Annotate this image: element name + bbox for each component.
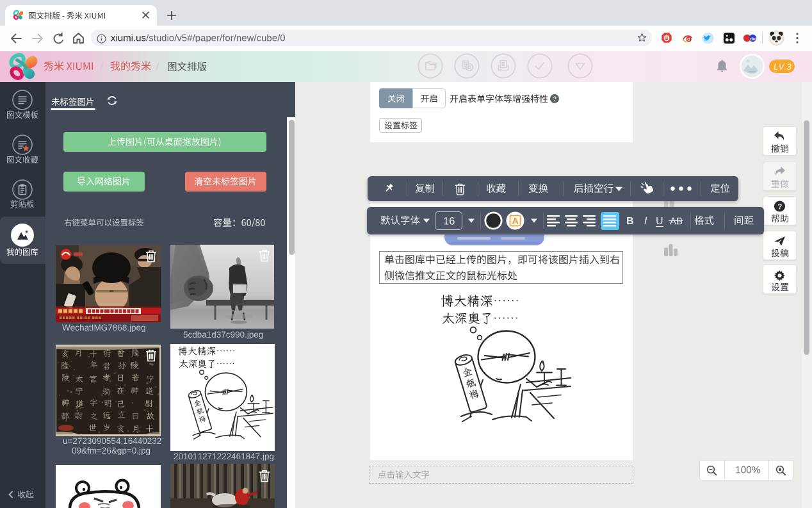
svg-text:xmiuxt: xmiuxt: [748, 70, 756, 73]
svg-text:du: du: [750, 37, 756, 41]
